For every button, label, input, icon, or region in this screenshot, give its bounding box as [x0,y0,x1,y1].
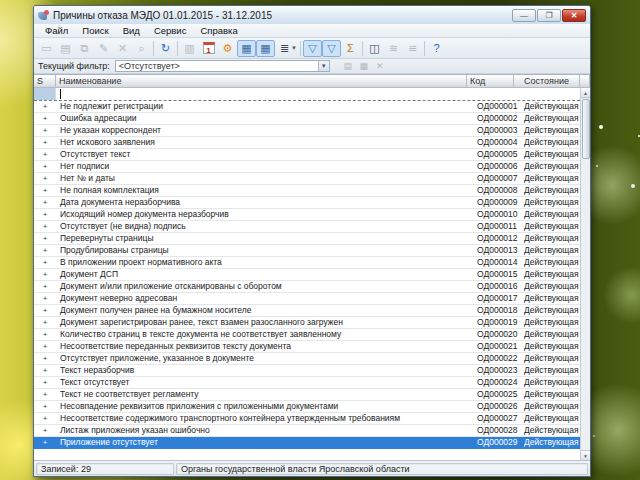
Отсутствует текст[interactable]: + Отсутствует текст ОД000005 Действующая [34,149,590,161]
chevron-down-icon[interactable]: ▼ [291,45,298,51]
Несоответствие содержимого транспортного контейнера утвержденным требованиям[interactable]: + Несоответствие содержимого транспортно… [34,413,590,425]
Документ неверно адресован[interactable]: + Документ неверно адресован ОД000017 Де… [34,293,590,305]
row-expand-icon[interactable]: + [34,425,56,436]
search-binoculars-icon[interactable]: ⌕ [132,40,151,57]
row-expand-icon[interactable]: + [34,329,56,340]
delete-record-icon[interactable]: ✕ [113,40,132,57]
row-expand-icon[interactable]: + [34,317,56,328]
filter-icon[interactable]: ▽ [303,40,322,57]
current-filter-combobox[interactable]: <Отсутствует> ▼ [115,60,330,72]
column-header-name[interactable]: Наименование [56,75,467,88]
minimize-button[interactable]: — [512,9,536,22]
row-expand-icon[interactable]: + [34,245,56,256]
row-expand-icon[interactable]: + [34,197,56,208]
Документ и/или приложение отсканированы с оборотом[interactable]: + Документ и/или приложение отсканирован… [34,281,590,293]
row-expand-icon[interactable]: + [34,137,56,148]
Документ получен ранее на бумажном носителе[interactable]: + Документ получен ранее на бумажном нос… [34,305,590,317]
row-expand-icon[interactable]: + [34,101,56,112]
Ошибка адресации[interactable]: + Ошибка адресации ОД000002 Действующая [34,113,590,125]
row-expand-icon[interactable]: + [34,125,56,136]
Исходящий номер документа неразборчив[interactable]: + Исходящий номер документа неразборчив … [34,209,590,221]
ungroup-icon[interactable]: ≌ [403,40,422,57]
quick-search-row[interactable] [34,88,590,101]
chevron-down-icon[interactable]: ▼ [318,61,329,71]
Текст отсутствует[interactable]: + Текст отсутствует ОД000024 Действующая [34,377,590,389]
row-expand-icon[interactable]: + [34,257,56,268]
row-expand-icon[interactable]: + [34,269,56,280]
column-header-code[interactable]: Код [467,75,514,88]
vertical-scrollbar[interactable]: ▲ ▼ [580,88,590,460]
scroll-up-icon[interactable]: ▲ [581,88,591,98]
menu-item[interactable]: Вид [116,25,147,36]
row-expand-icon[interactable]: + [34,233,56,244]
Нет искового заявления[interactable]: + Нет искового заявления ОД000004 Действ… [34,137,590,149]
scroll-down-icon[interactable]: ▼ [581,450,591,460]
open-record-icon[interactable]: ▤ [56,40,75,57]
Нет подписи[interactable]: + Нет подписи ОД000006 Действующая [34,161,590,173]
columns-icon[interactable]: ◫ [365,40,384,57]
row-expand-icon[interactable]: + [34,113,56,124]
help-icon[interactable]: ? [427,40,446,57]
row-expand-icon[interactable]: + [34,401,56,412]
filter-save-icon[interactable]: ▤ [340,60,356,73]
Не подлежит регистрации[interactable]: + Не подлежит регистрации ОД000001 Дейст… [34,101,590,113]
row-expand-icon[interactable]: + [34,161,56,172]
row-expand-icon[interactable]: + [34,389,56,400]
edit-record-icon[interactable]: ✎ [94,40,113,57]
quick-search-input[interactable] [56,88,590,100]
Количество страниц в тексте документа не соответствует заявленному[interactable]: + Количество страниц в тексте документа … [34,329,590,341]
copy-record-icon[interactable]: ⧉ [75,40,94,57]
Нет № и даты[interactable]: + Нет № и даты ОД000007 Действующая [34,173,590,185]
Текст не соответствует регламенту[interactable]: + Текст не соответствует регламенту ОД00… [34,389,590,401]
row-expand-icon[interactable]: + [34,293,56,304]
calendar-day-icon[interactable]: 1 [199,40,218,57]
column-header-marker[interactable]: S [34,75,56,88]
row-expand-icon[interactable]: + [34,149,56,160]
Документ зарегистрирован ранее, текст взамен разосланного загружен[interactable]: + Документ зарегистрирован ранее, текст … [34,317,590,329]
filter-lock-icon[interactable]: ▽ [322,40,341,57]
calendar-settings-icon[interactable]: ⚙ [218,40,237,57]
scrollbar-thumb[interactable] [582,99,590,159]
row-expand-icon[interactable]: + [34,437,56,448]
column-header-state[interactable]: Состояние [514,75,580,88]
close-button[interactable]: ✕ [562,9,586,22]
row-expand-icon[interactable]: + [34,413,56,424]
Отсутствует приложение, указанное в документе[interactable]: + Отсутствует приложение, указанное в до… [34,353,590,365]
calendar-period-icon[interactable]: ▦ [256,40,275,57]
Несоответствие переданных реквизитов тексту документа[interactable]: + Несоответствие переданных реквизитов т… [34,341,590,353]
В приложении проект нормативного акта[interactable]: + В приложении проект нормативного акта … [34,257,590,269]
sum-settings-icon[interactable]: Σ [341,40,360,57]
calendar-grid-icon[interactable]: ▦ [237,40,256,57]
refresh-icon[interactable]: ↻ [156,40,175,57]
row-expand-icon[interactable]: + [34,377,56,388]
Не полная комплектация[interactable]: + Не полная комплектация ОД000008 Действ… [34,185,590,197]
Листаж приложения указан ошибочно[interactable]: + Листаж приложения указан ошибочно ОД00… [34,425,590,437]
row-expand-icon[interactable]: + [34,221,56,232]
menu-item[interactable]: Файл [38,25,75,36]
Документ ДСП[interactable]: + Документ ДСП ОД000015 Действующая [34,269,590,281]
menu-item[interactable]: Поиск [75,25,115,36]
Приложение отсутствует[interactable]: + Приложение отсутствует ОД000029 Действ… [34,437,590,449]
row-expand-icon[interactable]: + [34,209,56,220]
Текст неразборчив[interactable]: + Текст неразборчив ОД000023 Действующая [34,365,590,377]
Отсутствует (не видна) подпись[interactable]: + Отсутствует (не видна) подпись ОД00001… [34,221,590,233]
Продублированы страницы[interactable]: + Продублированы страницы ОД000013 Дейст… [34,245,590,257]
filter-edit-icon[interactable]: ▦ [356,60,372,73]
row-expand-icon[interactable]: + [34,281,56,292]
filter-delete-icon[interactable]: ✕ [372,60,388,73]
Несовпадение реквизитов приложения с приложенными документами[interactable]: + Несовпадение реквизитов приложения с п… [34,401,590,413]
row-expand-icon[interactable]: + [34,305,56,316]
row-expand-icon[interactable]: + [34,185,56,196]
menu-item[interactable]: Справка [193,25,244,36]
row-expand-icon[interactable]: + [34,365,56,376]
Перевернуты страницы[interactable]: + Перевернуты страницы ОД000012 Действую… [34,233,590,245]
report-icon[interactable]: ▥ [180,40,199,57]
new-record-icon[interactable]: ▭ [37,40,56,57]
row-expand-icon[interactable]: + [34,353,56,364]
Не указан корреспондент[interactable]: + Не указан корреспондент ОД000003 Дейст… [34,125,590,137]
row-expand-icon[interactable]: + [34,341,56,352]
Дата документа неразборчива[interactable]: + Дата документа неразборчива ОД000009 Д… [34,197,590,209]
maximize-button[interactable]: ❐ [537,9,561,22]
row-expand-icon[interactable]: + [34,173,56,184]
group-icon[interactable]: ≋ [384,40,403,57]
